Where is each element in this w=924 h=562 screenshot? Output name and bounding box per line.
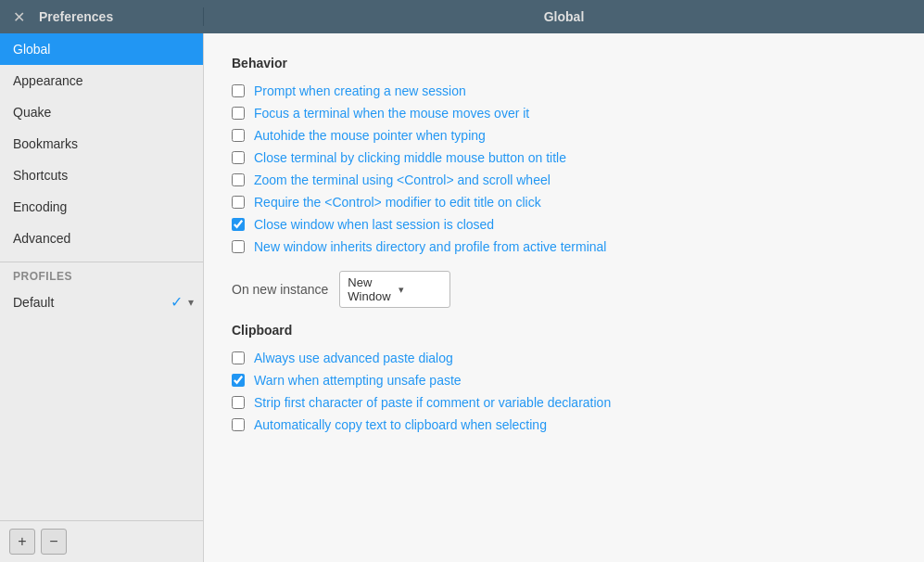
checkbox-require-control-edit-input[interactable] <box>232 196 245 209</box>
preferences-title: Preferences <box>39 9 113 24</box>
checkbox-require-control-edit: Require the <Control> modifier to edit t… <box>232 191 896 213</box>
checkbox-focus-mouse-over: Focus a terminal when the mouse moves ov… <box>232 102 896 124</box>
sidebar: Global Appearance Quake Bookmarks Shortc… <box>0 33 204 562</box>
checkbox-advanced-paste: Always use advanced paste dialog <box>232 347 896 369</box>
default-profile-row[interactable]: Default ✓ ▾ <box>0 287 203 317</box>
checkbox-new-window-inherits: New window inherits directory and profil… <box>232 236 896 258</box>
checkbox-strip-first-char: Strip first character of paste if commen… <box>232 391 896 414</box>
sidebar-item-encoding[interactable]: Encoding <box>0 191 203 223</box>
checkbox-close-window-last-session: Close window when last session is closed <box>232 213 896 236</box>
checkbox-advanced-paste-label[interactable]: Always use advanced paste dialog <box>254 351 453 365</box>
sidebar-item-quake[interactable]: Quake <box>0 96 203 128</box>
close-icon[interactable]: ✕ <box>9 7 28 26</box>
checkbox-new-window-inherits-input[interactable] <box>232 240 245 253</box>
checkbox-autohide-pointer-input[interactable] <box>232 129 245 142</box>
titlebar-left: ✕ Preferences <box>0 7 204 26</box>
chevron-down-icon: ▾ <box>188 296 194 309</box>
checkbox-advanced-paste-input[interactable] <box>232 351 245 364</box>
profiles-label: Profiles <box>0 262 203 287</box>
checkbox-auto-copy-input[interactable] <box>232 418 245 431</box>
checkbox-close-middle-click: Close terminal by clicking middle mouse … <box>232 147 896 169</box>
sidebar-item-global[interactable]: Global <box>0 33 203 65</box>
sidebar-item-advanced[interactable]: Advanced <box>0 223 203 254</box>
checkbox-strip-first-char-label[interactable]: Strip first character of paste if commen… <box>254 395 611 410</box>
content-area: Behavior Prompt when creating a new sess… <box>204 33 924 562</box>
checkbox-auto-copy-label[interactable]: Automatically copy text to clipboard whe… <box>254 417 547 432</box>
on-new-instance-dropdown[interactable]: New Window ▾ <box>339 271 450 308</box>
checkbox-zoom-scroll-input[interactable] <box>232 173 245 186</box>
sidebar-item-appearance[interactable]: Appearance <box>0 65 203 96</box>
default-profile-name: Default <box>13 295 171 310</box>
on-new-instance-row: On new instance New Window ▾ <box>232 271 896 308</box>
checkbox-warn-unsafe-paste-input[interactable] <box>232 374 245 387</box>
checkbox-zoom-scroll-label[interactable]: Zoom the terminal using <Control> and sc… <box>254 172 551 187</box>
on-new-instance-label: On new instance <box>232 282 328 297</box>
checkbox-prompt-new-session-label[interactable]: Prompt when creating a new session <box>254 83 466 98</box>
sidebar-item-bookmarks[interactable]: Bookmarks <box>0 128 203 160</box>
main-layout: Global Appearance Quake Bookmarks Shortc… <box>0 33 924 562</box>
checkbox-close-window-last-session-input[interactable] <box>232 218 245 231</box>
checkbox-focus-mouse-over-input[interactable] <box>232 107 245 120</box>
checkbox-warn-unsafe-paste-label[interactable]: Warn when attempting unsafe paste <box>254 373 462 388</box>
checkbox-strip-first-char-input[interactable] <box>232 396 245 409</box>
checkbox-focus-mouse-over-label[interactable]: Focus a terminal when the mouse moves ov… <box>254 106 529 121</box>
add-profile-button[interactable]: + <box>9 529 35 555</box>
profiles-section: Profiles Default ✓ ▾ <box>0 262 203 317</box>
titlebar: ✕ Preferences Global <box>0 0 924 33</box>
checkbox-autohide-pointer: Autohide the mouse pointer when typing <box>232 124 896 147</box>
checkbox-new-window-inherits-label[interactable]: New window inherits directory and profil… <box>254 239 606 254</box>
checkbox-prompt-new-session-input[interactable] <box>232 84 245 97</box>
checkbox-warn-unsafe-paste: Warn when attempting unsafe paste <box>232 369 896 391</box>
checkbox-close-middle-click-input[interactable] <box>232 151 245 164</box>
checkbox-autohide-pointer-label[interactable]: Autohide the mouse pointer when typing <box>254 128 486 143</box>
remove-profile-button[interactable]: − <box>41 529 67 555</box>
global-title: Global <box>204 9 924 24</box>
checkbox-require-control-edit-label[interactable]: Require the <Control> modifier to edit t… <box>254 195 541 210</box>
checkbox-zoom-scroll: Zoom the terminal using <Control> and sc… <box>232 169 896 191</box>
checkbox-close-middle-click-label[interactable]: Close terminal by clicking middle mouse … <box>254 150 566 165</box>
dropdown-arrow-icon: ▾ <box>399 284 442 296</box>
checkbox-prompt-new-session: Prompt when creating a new session <box>232 80 896 102</box>
behavior-section-title: Behavior <box>232 56 896 70</box>
clipboard-section-title: Clipboard <box>232 323 896 338</box>
checkbox-auto-copy: Automatically copy text to clipboard whe… <box>232 414 896 436</box>
check-icon: ✓ <box>171 293 183 311</box>
sidebar-item-shortcuts[interactable]: Shortcuts <box>0 160 203 191</box>
sidebar-footer: + − <box>0 520 203 562</box>
checkbox-close-window-last-session-label[interactable]: Close window when last session is closed <box>254 217 494 232</box>
on-new-instance-value: New Window <box>348 275 391 303</box>
